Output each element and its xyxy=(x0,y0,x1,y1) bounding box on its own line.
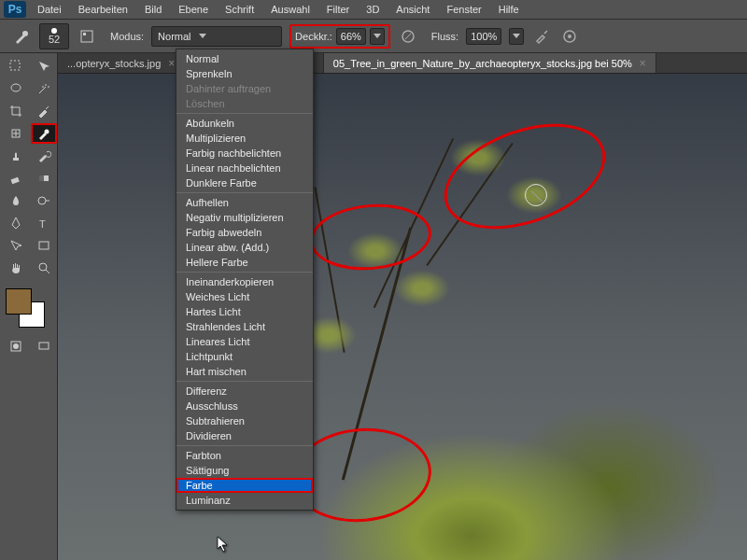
dodge-tool[interactable] xyxy=(31,190,57,211)
blend-mode-option[interactable]: Subtrahieren xyxy=(176,413,313,428)
path-select-tool[interactable] xyxy=(3,235,29,256)
color-swatch[interactable] xyxy=(6,288,47,326)
blend-mode-option[interactable]: Linear nachbelichten xyxy=(176,161,313,175)
svg-rect-12 xyxy=(39,175,44,181)
menu-item[interactable]: Auswahl xyxy=(271,4,310,15)
blend-mode-option[interactable]: Negativ multiplizieren xyxy=(176,210,313,225)
menu-item[interactable]: Fenster xyxy=(446,4,481,15)
svg-point-5 xyxy=(568,35,571,38)
eyedropper-tool[interactable] xyxy=(31,101,57,121)
options-bar: 52 Modus: Normal Deckkr.: 66% Fluss: 100… xyxy=(0,20,747,53)
canvas-area[interactable] xyxy=(58,74,747,560)
blend-mode-option[interactable]: Dividieren xyxy=(176,428,313,443)
blend-mode-option[interactable]: Abdunkeln xyxy=(176,116,313,131)
menu-item[interactable]: Datei xyxy=(37,4,62,15)
blend-mode-option[interactable]: Lichtpunkt xyxy=(176,349,313,364)
blend-mode-dropdown[interactable]: Normal xyxy=(151,26,282,47)
blend-mode-option[interactable]: Ausschluss xyxy=(176,399,313,413)
opacity-dropdown-button[interactable] xyxy=(370,28,385,45)
pen-tool[interactable] xyxy=(3,213,29,233)
blend-mode-option[interactable]: Farbe xyxy=(176,478,313,493)
blend-mode-option[interactable]: Normal xyxy=(176,51,313,66)
blend-mode-option[interactable]: Strahlendes Licht xyxy=(176,319,313,334)
zoom-tool[interactable] xyxy=(31,258,57,278)
menu-item[interactable]: Schrift xyxy=(225,4,254,15)
foreground-color[interactable] xyxy=(6,288,32,315)
svg-rect-1 xyxy=(81,31,92,42)
svg-rect-19 xyxy=(39,343,49,349)
flow-dropdown-button[interactable] xyxy=(509,28,524,45)
blend-mode-option: Löschen xyxy=(176,96,313,111)
marquee-tool[interactable] xyxy=(31,56,57,77)
document-tab[interactable]: ...opteryx_stocks.jpg× xyxy=(58,53,185,73)
mouse-cursor-icon xyxy=(217,536,230,554)
blend-mode-option[interactable]: Hellere Farbe xyxy=(176,255,313,270)
blend-mode-option: Dahinter auftragen xyxy=(176,81,313,96)
blend-mode-option[interactable]: Ineinanderkopieren xyxy=(176,274,313,289)
blend-mode-option[interactable]: Sprenkeln xyxy=(176,66,313,81)
history-brush-tool[interactable] xyxy=(31,146,57,166)
blend-mode-option[interactable]: Farbig abwedeln xyxy=(176,225,313,240)
quickmask-toggle[interactable] xyxy=(3,336,29,357)
gradient-tool[interactable] xyxy=(31,168,57,189)
app-logo: Ps xyxy=(4,1,26,18)
pressure-opacity-icon[interactable] xyxy=(398,26,418,47)
svg-rect-6 xyxy=(10,61,20,70)
brush-preset-picker[interactable]: 52 xyxy=(39,23,69,49)
svg-point-7 xyxy=(11,84,21,91)
hand-tool[interactable] xyxy=(3,258,29,278)
svg-point-16 xyxy=(39,263,47,271)
shape-tool[interactable] xyxy=(31,235,57,256)
menu-item[interactable]: Filter xyxy=(327,4,349,15)
blend-mode-option[interactable]: Differenz xyxy=(176,384,313,399)
mode-value: Normal xyxy=(158,31,190,42)
blend-mode-option[interactable]: Luminanz xyxy=(176,493,313,508)
tab-label: ...opteryx_stocks.jpg xyxy=(67,58,161,69)
brush-tool-icon xyxy=(11,26,32,47)
screenmode-toggle[interactable] xyxy=(31,336,57,357)
blend-mode-option[interactable]: Farbig nachbelichten xyxy=(176,146,313,161)
stamp-tool[interactable] xyxy=(3,146,29,166)
type-tool[interactable]: T xyxy=(31,213,57,233)
blend-mode-option[interactable]: Farbton xyxy=(176,448,313,463)
brush-tool[interactable] xyxy=(31,123,57,144)
brush-panel-toggle-icon[interactable] xyxy=(77,26,97,47)
blend-mode-option[interactable]: Hartes Licht xyxy=(176,304,313,319)
menu-item[interactable]: Ebene xyxy=(178,4,208,15)
blend-mode-option[interactable]: Hart mischen xyxy=(176,364,313,379)
chevron-down-icon xyxy=(199,34,206,38)
flow-value[interactable]: 100% xyxy=(466,28,501,45)
opacity-value[interactable]: 66% xyxy=(336,28,366,45)
close-icon[interactable]: × xyxy=(640,57,646,70)
blend-mode-option[interactable]: Multiplizieren xyxy=(176,131,313,146)
blend-mode-option[interactable]: Sättigung xyxy=(176,463,313,478)
close-icon[interactable]: × xyxy=(168,57,175,70)
blend-mode-option[interactable]: Aufhellen xyxy=(176,195,313,210)
blend-mode-option[interactable]: Weiches Licht xyxy=(176,289,313,304)
healing-tool[interactable] xyxy=(3,123,29,144)
menu-item[interactable]: 3D xyxy=(366,4,379,15)
svg-point-13 xyxy=(38,197,46,204)
chevron-down-icon xyxy=(513,34,520,38)
airbrush-icon[interactable] xyxy=(531,26,552,47)
menu-item[interactable]: Bild xyxy=(145,4,162,15)
blend-mode-option[interactable]: Lineares Licht xyxy=(176,334,313,349)
move-tool[interactable] xyxy=(3,56,29,77)
menu-item[interactable]: Bearbeiten xyxy=(78,4,128,15)
svg-point-0 xyxy=(22,31,28,36)
document-tab[interactable]: 05_Tree_in_green_Nature_by_archaeopteryx… xyxy=(324,53,656,73)
crop-tool[interactable] xyxy=(3,101,29,121)
blend-mode-option[interactable]: Linear abw. (Add.) xyxy=(176,240,313,255)
pressure-size-icon[interactable] xyxy=(559,26,580,47)
lasso-tool[interactable] xyxy=(3,78,29,99)
menu-item[interactable]: Hilfe xyxy=(499,4,519,15)
svg-rect-2 xyxy=(83,33,86,35)
mode-label: Modus: xyxy=(110,31,144,42)
menu-bar: Ps Datei Bearbeiten Bild Ebene Schrift A… xyxy=(0,0,747,20)
menu-item[interactable]: Ansicht xyxy=(396,4,430,15)
svg-point-18 xyxy=(13,343,19,349)
blend-mode-option[interactable]: Dunklere Farbe xyxy=(176,175,313,190)
wand-tool[interactable] xyxy=(31,78,57,99)
eraser-tool[interactable] xyxy=(3,168,29,189)
blur-tool[interactable] xyxy=(3,190,29,211)
